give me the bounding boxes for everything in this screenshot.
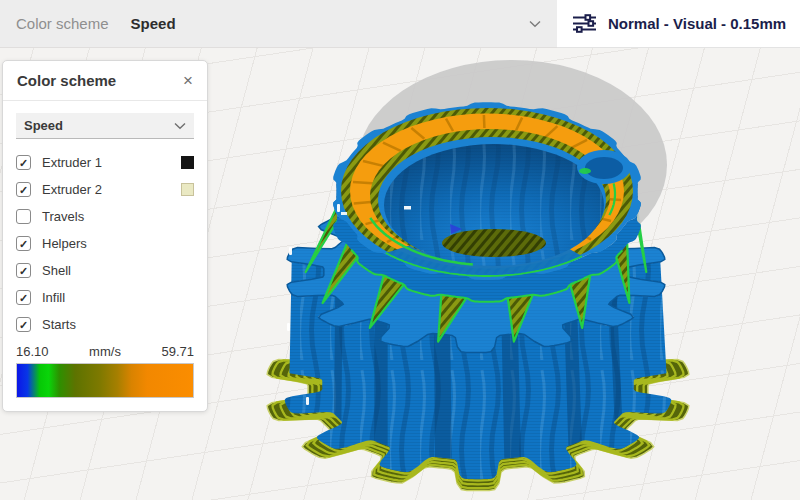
print-setup-label: Normal - Visual - 0.15mm [608,15,786,32]
color-scheme-option-travels: Travels [16,203,194,230]
color-scheme-option-helpers: ✓Helpers [16,230,194,257]
legend-unit: mm/s [89,344,121,359]
legend-min: 16.10 [16,344,49,359]
color-scheme-option-shell: ✓Shell [16,257,194,284]
legend-max: 59.71 [161,344,194,359]
chevron-down-icon [174,122,186,130]
checkbox-infill[interactable]: ✓ [16,290,31,305]
label-travels: Travels [42,209,84,224]
color-scheme-option-infill: ✓Infill [16,284,194,311]
checkbox-extruder-2[interactable]: ✓ [16,182,31,197]
close-icon[interactable]: × [183,72,193,89]
speed-legend: 16.10 mm/s 59.71 [3,338,207,359]
checkbox-extruder-1[interactable]: ✓ [16,155,31,170]
color-scheme-dropdown-value: Speed [24,118,63,133]
color-scheme-option-starts: ✓Starts [16,311,194,338]
speed-gradient-bar [16,363,194,398]
label-extruder-1: Extruder 1 [42,155,102,170]
checkbox-helpers[interactable]: ✓ [16,236,31,251]
label-infill: Infill [42,290,65,305]
checkbox-starts[interactable]: ✓ [16,317,31,332]
chevron-down-icon [529,20,541,28]
swatch-extruder-1 [181,156,194,169]
label-helpers: Helpers [42,236,87,251]
color-scheme-bar-label: Color scheme [16,15,109,32]
checkbox-shell[interactable]: ✓ [16,263,31,278]
color-scheme-panel: Color scheme × Speed ✓Extruder 1✓Extrude… [2,60,208,412]
color-scheme-option-extruder-2: ✓Extruder 2 [16,176,194,203]
label-extruder-2: Extruder 2 [42,182,102,197]
label-shell: Shell [42,263,71,278]
color-scheme-dropdown[interactable]: Speed [16,113,194,139]
color-scheme-bar[interactable]: Color scheme Speed [0,0,557,48]
color-scheme-options: ✓Extruder 1✓Extruder 2Travels✓Helpers✓Sh… [3,147,207,338]
color-scheme-option-extruder-1: ✓Extruder 1 [16,149,194,176]
label-starts: Starts [42,317,76,332]
swatch-extruder-2 [181,183,194,196]
checkbox-travels[interactable] [16,209,31,224]
panel-title: Color scheme [17,72,116,89]
print-setup-sliders-icon [572,13,597,34]
print-setup-button[interactable]: Normal - Visual - 0.15mm [557,0,800,48]
color-scheme-bar-value: Speed [131,15,176,32]
